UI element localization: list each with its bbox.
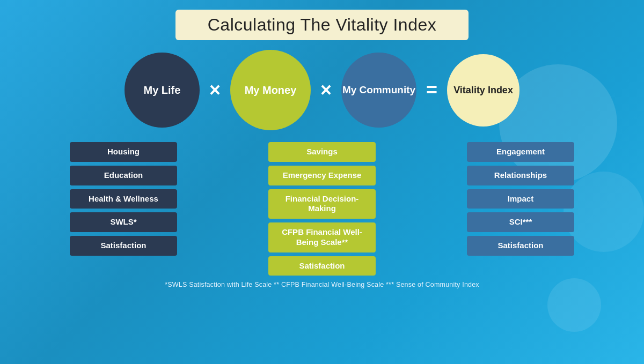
life-item-4: Satisfaction: [70, 236, 177, 256]
title-box: Calculating The Vitality Index: [175, 10, 469, 40]
column-community: Engagement Relationships Impact SCI*** S…: [443, 142, 598, 256]
page-wrapper: Calculating The Vitality Index My Life ×…: [0, 0, 644, 364]
money-item-0: Savings: [268, 142, 376, 162]
circle-item-community: My Community: [341, 53, 416, 128]
page-title: Calculating The Vitality Index: [208, 15, 437, 34]
community-item-1: Relationships: [467, 166, 574, 185]
life-item-2: Health & Wellness: [70, 189, 177, 209]
life-item-1: Education: [70, 166, 177, 185]
life-item-3: SWLS*: [70, 212, 177, 232]
operator-2: ×: [320, 79, 332, 101]
circle-my-money-label: My Money: [245, 84, 297, 96]
operator-equals: =: [426, 79, 437, 101]
life-item-0: Housing: [70, 142, 177, 162]
circle-my-life: My Life: [125, 53, 200, 128]
community-item-4: Satisfaction: [467, 236, 574, 256]
circle-item-life: My Life: [125, 53, 200, 128]
money-item-2: Financial Decision-Making: [268, 189, 376, 219]
column-money: Savings Emergency Expense Financial Deci…: [244, 142, 400, 276]
circles-row: My Life × My Money × My Community = Vita…: [16, 50, 628, 130]
money-item-3: CFPB Financial Well-Being Scale**: [268, 222, 376, 252]
circle-my-community: My Community: [341, 53, 416, 128]
circle-item-money: My Money: [230, 50, 311, 130]
community-item-0: Engagement: [467, 142, 574, 162]
circle-item-vitality: Vitality Index: [447, 54, 519, 127]
operator-1: ×: [209, 79, 221, 101]
circle-my-money: My Money: [230, 50, 311, 130]
circle-vitality-index: Vitality Index: [447, 54, 519, 127]
circle-my-community-label: My Community: [342, 84, 415, 96]
circle-vitality-label: Vitality Index: [453, 85, 513, 96]
footer-note: *SWLS Satisfaction with Life Scale ** CF…: [16, 281, 628, 288]
money-item-4: Satisfaction: [268, 256, 376, 276]
money-item-1: Emergency Expense: [268, 166, 376, 185]
community-item-2: Impact: [467, 189, 574, 209]
circle-my-life-label: My Life: [144, 84, 181, 96]
columns-row: Housing Education Health & Wellness SWLS…: [16, 142, 628, 276]
column-life: Housing Education Health & Wellness SWLS…: [46, 142, 201, 256]
community-item-3: SCI***: [467, 212, 574, 232]
